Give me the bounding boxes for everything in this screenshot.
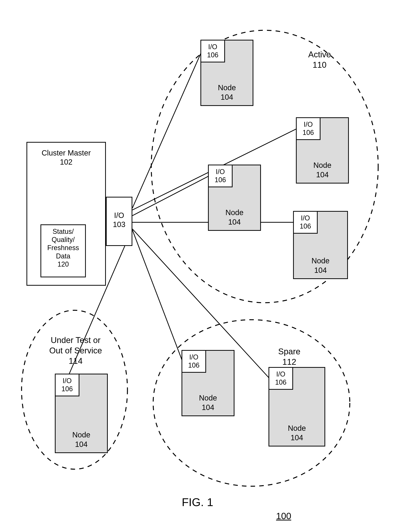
cluster-master-box: Cluster Master 102 Status/ Quality/ Fres… (27, 142, 106, 286)
node-a2: I/O 106 Node 104 (296, 117, 349, 183)
node-a1: I/O 106 Node 104 (200, 40, 253, 106)
node-a4-label: Node 104 (294, 256, 347, 275)
active-group-label: Active 110 (291, 49, 348, 70)
node-a2-io: I/O 106 (296, 117, 320, 140)
node-a2-label: Node 104 (297, 161, 348, 179)
node-s2: I/O 106 Node 104 (269, 367, 325, 447)
figure-ref: 100 (276, 511, 291, 521)
node-s1: I/O 106 Node 104 (181, 350, 235, 416)
node-a3-io: I/O 106 (208, 165, 233, 187)
node-s2-io: I/O 106 (269, 367, 293, 390)
node-a3: I/O 106 Node 104 (208, 165, 261, 231)
node-s2-label: Node 104 (269, 423, 324, 442)
diagram-canvas: Cluster Master 102 Status/ Quality/ Fres… (0, 0, 395, 532)
node-u1-io: I/O 106 (55, 374, 79, 396)
node-s1-label: Node 104 (182, 393, 234, 412)
cluster-master-ref: 102 (60, 158, 73, 166)
cluster-master-data-box: Status/ Quality/ Freshness Data 120 (40, 224, 86, 277)
under-group-label: Under Test or Out of Service 114 (40, 335, 112, 366)
node-s1-io: I/O 106 (181, 350, 206, 373)
node-a1-io: I/O 106 (200, 40, 225, 62)
cluster-master-title: Cluster Master (42, 149, 91, 157)
node-a3-label: Node 104 (209, 208, 260, 227)
node-a4-io: I/O 106 (293, 211, 318, 234)
figure-caption: FIG. 1 (0, 496, 395, 509)
spare-group-label: Spare 112 (261, 346, 318, 367)
node-a4: I/O 106 Node 104 (293, 211, 348, 279)
node-u1: I/O 106 Node 104 (55, 374, 108, 453)
node-u1-label: Node 104 (55, 430, 107, 449)
link-a1 (132, 52, 201, 208)
cluster-master-io-box: I/O 103 (106, 197, 132, 246)
node-a1-label: Node 104 (201, 83, 253, 102)
